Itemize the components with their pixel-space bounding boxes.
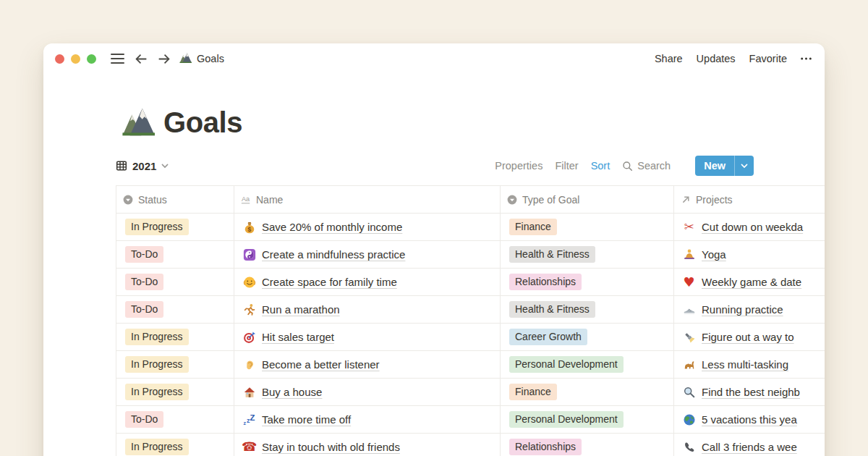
heart-icon: ♥ [682, 276, 696, 289]
type-of-goal-badge[interactable]: Career Growth [509, 329, 587, 345]
new-button[interactable]: New [695, 156, 754, 176]
new-button-label: New [695, 156, 734, 176]
type-of-goal-badge[interactable]: Finance [509, 384, 557, 400]
table-row[interactable]: To-Do zzZ Take more time off Personal De… [116, 406, 825, 434]
project-page-link[interactable]: Weekly game & date [702, 276, 801, 288]
table-row[interactable]: In Progress Buy a house Finance Find the… [116, 379, 825, 406]
ear-icon [242, 358, 256, 371]
status-badge[interactable]: In Progress [125, 329, 189, 345]
status-badge[interactable]: In Progress [125, 219, 189, 235]
goal-page-link[interactable]: Save 20% of monthly income [262, 221, 402, 233]
status-badge[interactable]: To-Do [125, 301, 163, 318]
status-badge[interactable]: In Progress [125, 439, 189, 455]
new-button-dropdown[interactable] [734, 156, 754, 176]
table-row[interactable]: In Progress Hit sales target Career Grow… [116, 324, 825, 351]
goal-page-link[interactable]: Create space for family time [262, 276, 397, 288]
goal-page-link[interactable]: Buy a house [262, 386, 322, 398]
page-emoji-mountain-icon[interactable] [122, 106, 155, 139]
project-page-link[interactable]: Yoga [702, 248, 726, 261]
column-header-projects[interactable]: Projects [674, 186, 825, 213]
forward-arrow-icon[interactable] [157, 54, 171, 64]
project-page-link[interactable]: Find the best neighb [702, 386, 800, 398]
project-page-link[interactable]: Figure out a way to [702, 331, 794, 343]
project-page-link[interactable]: Running practice [702, 303, 783, 316]
receiver-icon [682, 441, 696, 454]
project-page-link[interactable]: Less multi-tasking [702, 358, 788, 371]
status-badge[interactable]: To-Do [125, 274, 163, 290]
updates-button[interactable]: Updates [697, 53, 736, 64]
search-button[interactable]: Search [622, 160, 671, 172]
type-of-goal-badge[interactable]: Health & Fitness [509, 246, 595, 263]
goals-table: Status Aa Name Type of Goal Projects In … [116, 185, 825, 456]
table-header-row: Status Aa Name Type of Goal Projects [116, 186, 825, 214]
table-row[interactable]: In Progress Become a better listener Per… [116, 351, 825, 379]
table-row[interactable]: To-Do Create space for family time Relat… [116, 269, 825, 296]
goal-page-link[interactable]: Stay in touch with old friends [262, 441, 400, 453]
camel-icon [682, 358, 696, 371]
text-icon: Aa [241, 195, 251, 205]
page-title-block: Goals [122, 106, 825, 139]
project-page-link[interactable]: Call 3 friends a wee [702, 441, 797, 453]
table-row[interactable]: To-Do Create a mindfulness practice Heal… [116, 241, 825, 269]
table-row[interactable]: In Progress $ Save 20% of monthly income… [116, 214, 825, 241]
window-controls [55, 54, 96, 64]
project-page-link[interactable]: Cut down on weekda [702, 221, 803, 233]
yin-yang-icon [242, 248, 256, 261]
project-page-link[interactable]: 5 vacations this yea [702, 413, 797, 426]
column-header-status[interactable]: Status [116, 186, 234, 213]
svg-text:Z: Z [250, 413, 255, 422]
status-badge[interactable]: To-Do [125, 411, 163, 428]
search-icon [622, 161, 633, 172]
type-of-goal-badge[interactable]: Personal Development [509, 356, 624, 373]
favorite-button[interactable]: Favorite [749, 53, 787, 64]
money-bag-icon: $ [242, 221, 256, 234]
table-body: In Progress $ Save 20% of monthly income… [116, 214, 825, 456]
goal-page-link[interactable]: Run a marathon [262, 303, 340, 316]
type-of-goal-badge[interactable]: Finance [509, 219, 557, 235]
goal-page-link[interactable]: Become a better listener [262, 358, 380, 371]
red-phone-icon: ☎ [242, 441, 256, 453]
status-badge[interactable]: In Progress [125, 356, 189, 373]
goal-page-link[interactable]: Take more time off [262, 413, 351, 426]
search-label: Search [637, 160, 671, 172]
status-badge[interactable]: In Progress [125, 384, 189, 400]
house-icon [242, 386, 256, 399]
view-toolbar: 2021 Properties Filter Sort Search New [116, 155, 754, 177]
view-switcher[interactable]: 2021 [116, 160, 169, 172]
type-of-goal-badge[interactable]: Relationships [509, 439, 582, 455]
type-of-goal-badge[interactable]: Health & Fitness [509, 301, 595, 318]
scissors-icon: ✂ [682, 221, 696, 233]
magnifier-icon [682, 386, 696, 399]
goal-page-link[interactable]: Create a mindfulness practice [262, 248, 405, 261]
table-row[interactable]: In Progress ☎ Stay in touch with old fri… [116, 434, 825, 456]
back-arrow-icon[interactable] [135, 54, 148, 64]
chevron-down-icon [161, 164, 169, 169]
filter-button[interactable]: Filter [555, 160, 578, 172]
table-row[interactable]: To-Do Run a marathon Health & Fitness Ru… [116, 296, 825, 324]
type-of-goal-badge[interactable]: Relationships [509, 274, 582, 290]
svg-text:Aa: Aa [242, 195, 250, 203]
zoom-window-button[interactable] [87, 54, 96, 64]
properties-button[interactable]: Properties [495, 160, 542, 172]
page-content: Goals 2021 Properties Filter Sort Search… [43, 106, 825, 456]
select-icon [507, 195, 517, 205]
minimize-window-button[interactable] [71, 54, 80, 64]
goal-page-link[interactable]: Hit sales target [262, 331, 334, 343]
flashlight-icon [682, 331, 696, 344]
zzz-icon: zzZ [242, 413, 256, 426]
close-window-button[interactable] [55, 54, 64, 64]
table-grid-icon [116, 160, 127, 172]
mountain-icon [179, 52, 192, 65]
window-titlebar: Goals Share Updates Favorite [43, 43, 825, 74]
sort-button[interactable]: Sort [591, 160, 610, 172]
type-of-goal-badge[interactable]: Personal Development [509, 411, 624, 428]
status-badge[interactable]: To-Do [125, 246, 163, 263]
share-button[interactable]: Share [655, 53, 683, 64]
page-title: Goals [163, 106, 242, 139]
sidebar-toggle-icon[interactable] [111, 54, 124, 64]
svg-text:$: $ [247, 225, 251, 232]
more-options-icon[interactable] [801, 57, 812, 60]
column-header-name[interactable]: Aa Name [234, 186, 501, 213]
column-header-type-of-goal[interactable]: Type of Goal [501, 186, 674, 213]
breadcrumb[interactable]: Goals [179, 52, 224, 65]
